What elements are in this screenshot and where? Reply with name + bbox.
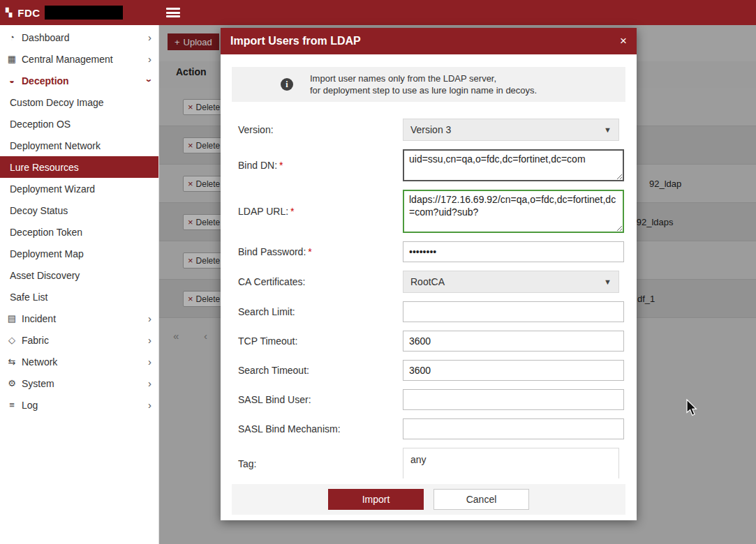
chevron-right-icon: ›	[148, 378, 151, 388]
sidebar-item-central-management[interactable]: ▦ Central Management ›	[0, 48, 158, 70]
redacted-hostname	[45, 6, 123, 20]
form-row-tcp-timeout: TCP Timeout:	[232, 331, 625, 352]
sidebar-item-safe-list[interactable]: Safe List	[0, 286, 158, 308]
dialog-footer: Import Cancel	[232, 484, 625, 515]
ca-certificates-label: CA Certificates:	[238, 276, 403, 287]
top-bar: ▚ FDC	[0, 0, 756, 25]
ca-certificates-select[interactable]: RootCA ▼	[403, 271, 619, 293]
sidebar-item-network[interactable]: ⇆ Network ›	[0, 351, 158, 372]
chevron-right-icon: ›	[148, 335, 151, 345]
tcp-timeout-field[interactable]	[403, 331, 624, 352]
version-select[interactable]: Version 3 ▼	[403, 119, 619, 141]
sidebar-item-deployment-wizard[interactable]: Deployment Wizard	[0, 178, 158, 199]
form-row-bind-password: Bind Password:*	[232, 241, 625, 262]
sidebar-item-deception-token[interactable]: Deception Token	[0, 221, 158, 243]
app-logo-icon: ▚	[6, 8, 12, 17]
cancel-button[interactable]: Cancel	[433, 489, 529, 510]
form-row-search-timeout: Search Timeout:	[232, 360, 625, 381]
sasl-bind-user-field[interactable]	[403, 389, 624, 410]
log-icon: ≡	[6, 400, 18, 410]
sidebar-item-dashboard[interactable]: ◔ Dashboard ›	[0, 27, 158, 48]
chevron-right-icon: ›	[148, 356, 151, 367]
sidebar-item-decoy-status[interactable]: Decoy Status	[0, 199, 158, 221]
ldap-url-label: LDAP URL:	[238, 206, 288, 217]
sasl-bind-user-label: SASL Bind User:	[238, 394, 403, 405]
info-banner: i Import user names only from the LDAP s…	[232, 67, 625, 102]
version-label: Version:	[238, 124, 403, 135]
bind-password-field[interactable]	[403, 241, 624, 262]
bind-dn-field[interactable]: uid=ssu,cn=qa,o=fdc,dc=fortinet,dc=com	[403, 149, 624, 181]
chevron-down-icon: ▼	[604, 278, 612, 286]
sasl-bind-mechanism-label: SASL Bind Mechanism:	[238, 423, 403, 435]
sidebar-item-deception[interactable]: ◒ Deception ›	[0, 70, 158, 91]
form-row-ldap-url: LDAP URL:* ldaps://172.16.69.92/cn=qa,o=…	[232, 190, 625, 233]
required-mark: *	[279, 160, 283, 171]
sidebar-item-asset-discovery[interactable]: Asset Discovery	[0, 264, 158, 286]
sidebar-item-incident[interactable]: ▤ Incident ›	[0, 308, 158, 329]
sidebar-item-deployment-map[interactable]: Deployment Map	[0, 243, 158, 264]
tag-label: Tag:	[238, 458, 403, 469]
dialog-body: i Import user names only from the LDAP s…	[221, 54, 637, 478]
form-row-bind-dn: Bind DN:* uid=ssu,cn=qa,o=fdc,dc=fortine…	[232, 149, 625, 181]
deception-icon: ◒	[6, 75, 18, 86]
fabric-icon: ◇	[6, 335, 18, 345]
required-mark: *	[290, 206, 294, 217]
import-button[interactable]: Import	[328, 489, 424, 510]
sidebar-item-log[interactable]: ≡ Log ›	[0, 394, 158, 416]
form-row-version: Version: Version 3 ▼	[232, 119, 625, 141]
sidebar-item-lure-resources[interactable]: Lure Resources	[0, 156, 158, 178]
required-mark: *	[308, 246, 311, 257]
app-window: ▚ FDC ◔ Dashboard › ▦ Central Management…	[0, 0, 756, 544]
chevron-right-icon: ›	[148, 400, 151, 410]
search-limit-field[interactable]	[403, 301, 624, 322]
form-row-tag: Tag: any	[232, 448, 625, 478]
ldap-url-field[interactable]: ldaps://172.16.69.92/cn=qa,o=fdc,dc=fort…	[403, 190, 624, 233]
form-row-ca-certificates: CA Certificates: RootCA ▼	[232, 271, 625, 293]
network-icon: ⇆	[6, 356, 18, 367]
chevron-right-icon: ›	[148, 32, 151, 43]
tag-input[interactable]: any	[403, 448, 619, 478]
sidebar-item-deployment-network[interactable]: Deployment Network	[0, 135, 158, 156]
sidebar-item-custom-decoy-image[interactable]: Custom Decoy Image	[0, 91, 158, 113]
close-icon[interactable]: ×	[620, 34, 627, 48]
app-brand: FDC	[17, 7, 40, 19]
chevron-right-icon: ›	[148, 313, 151, 324]
dialog-header: Import Users from LDAP ×	[221, 28, 637, 54]
dialog-title: Import Users from LDAP	[230, 35, 361, 47]
chevron-down-icon: ›	[144, 79, 155, 82]
search-timeout-label: Search Timeout:	[238, 365, 403, 376]
chevron-down-icon: ▼	[604, 126, 612, 134]
tcp-timeout-label: TCP Timeout:	[238, 335, 403, 347]
sidebar-item-fabric[interactable]: ◇ Fabric ›	[0, 329, 158, 351]
incident-icon: ▤	[6, 313, 18, 324]
system-icon: ⚙	[6, 378, 18, 388]
search-timeout-field[interactable]	[403, 360, 624, 381]
dashboard-icon: ◔	[6, 32, 18, 43]
sasl-bind-mechanism-field[interactable]	[403, 418, 624, 439]
info-icon: i	[281, 78, 293, 91]
form-row-sasl-bind-mechanism: SASL Bind Mechanism:	[232, 418, 625, 439]
bind-dn-label: Bind DN:	[238, 160, 277, 171]
bind-password-label: Bind Password:	[238, 246, 306, 257]
search-limit-label: Search Limit:	[238, 306, 403, 317]
sidebar-item-deception-os[interactable]: Deception OS	[0, 113, 158, 135]
sidebar: ◔ Dashboard › ▦ Central Management › ◒ D…	[0, 25, 159, 544]
menu-icon[interactable]	[166, 8, 180, 17]
import-users-dialog: Import Users from LDAP × i Import user n…	[221, 28, 637, 520]
form-row-search-limit: Search Limit:	[232, 301, 625, 322]
chevron-right-icon: ›	[148, 54, 151, 64]
info-text: Import user names only from the LDAP ser…	[310, 73, 537, 96]
sidebar-item-system[interactable]: ⚙ System ›	[0, 372, 158, 394]
form-row-sasl-bind-user: SASL Bind User:	[232, 389, 625, 410]
ldap-form: Version: Version 3 ▼ Bind DN:* uid=ssu,c…	[232, 119, 625, 478]
central-management-icon: ▦	[6, 54, 18, 64]
